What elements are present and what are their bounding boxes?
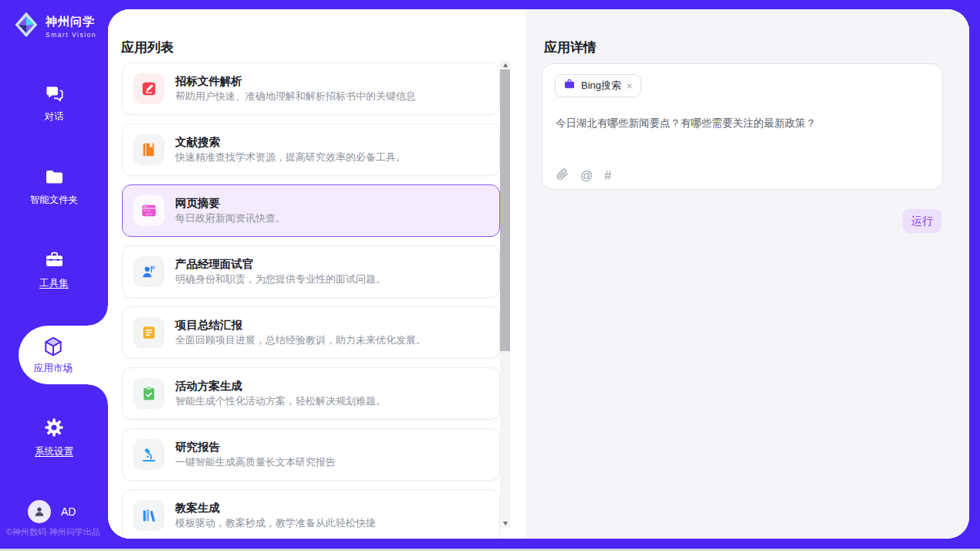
app-card-activity-plan[interactable]: 活动方案生成 智能生成个性化活动方案，轻松解决规划难题。	[122, 367, 500, 420]
main-panel: 应用列表 招标文件解析 帮助用户快速、准确地理解和解析招标书中的关键信息	[108, 9, 969, 539]
gear-icon	[43, 428, 65, 441]
microscope-icon	[133, 439, 164, 470]
webpage-code-icon: </>	[133, 195, 164, 226]
app-card-lesson-plan[interactable]: 教案生成 模板驱动，教案秒成，教学准备从此轻松快捷	[122, 489, 500, 539]
sidebar-item-label: 智能文件夹	[0, 194, 108, 207]
tool-tag-bing-search[interactable]: Bing搜索 ×	[555, 74, 641, 97]
query-text-input[interactable]: 今日湖北有哪些新闻要点？有哪些需要关注的最新政策？	[556, 117, 926, 130]
selected-tab-bottom-curve	[88, 384, 108, 404]
app-title: 产品经理面试官	[175, 257, 386, 272]
app-detail-title: 应用详情	[544, 39, 596, 56]
selected-tab-top-curve	[88, 306, 108, 326]
sidebar-item-smart-folder[interactable]: 智能文件夹	[0, 167, 108, 207]
chat-bubbles-icon	[44, 93, 65, 106]
scroll-down-arrow-icon[interactable]	[500, 519, 510, 528]
app-title: 文献搜索	[175, 135, 406, 150]
tool-tag-label: Bing搜索	[581, 79, 621, 93]
app-desc: 全面回顾项目进展，总结经验教训，助力未来优化发展。	[175, 333, 426, 347]
app-desc: 智能生成个性化活动方案，轻松解决规划难题。	[175, 394, 386, 408]
sidebar-item-chat[interactable]: 对话	[0, 83, 108, 123]
app-window: 神州问学 Smart Vision 对话 智能文件夹	[0, 0, 980, 551]
app-card-project-summary[interactable]: 项目总结汇报 全面回顾项目进展，总结经验教训，助力未来优化发展。	[122, 306, 500, 359]
app-desc: 明确身份和职责，为您提供专业性的面试问题。	[175, 272, 386, 286]
run-button[interactable]: 运行	[903, 209, 941, 233]
app-list-pane: 应用列表 招标文件解析 帮助用户快速、准确地理解和解析招标书中的关键信息	[108, 9, 526, 539]
app-card-literature-search[interactable]: 文献搜索 快速精准查找学术资源，提高研究效率的必备工具。	[122, 123, 500, 176]
app-title: 教案生成	[175, 501, 376, 516]
svg-text:</>: </>	[145, 211, 152, 216]
sidebar-item-toolset[interactable]: 工具集	[0, 250, 108, 290]
briefcase-icon	[563, 78, 576, 93]
sidebar-item-label: 应用市场	[34, 362, 73, 375]
brand-logo: 神州问学 Smart Vision	[12, 9, 96, 43]
app-detail-pane: 应用详情 Bing搜索 × 今日湖北有哪些新闻要点？有哪些需要关注的最新政策？	[526, 9, 969, 539]
app-title: 活动方案生成	[175, 379, 386, 394]
app-desc: 帮助用户快速、准确地理解和解析招标书中的关键信息	[175, 90, 416, 103]
app-card-bid-parse[interactable]: 招标文件解析 帮助用户快速、准确地理解和解析招标书中的关键信息	[122, 63, 500, 115]
app-card-pm-interviewer[interactable]: 产品经理面试官 明确身份和职责，为您提供专业性的面试问题。	[122, 245, 500, 298]
person-icon	[32, 505, 46, 519]
folder-icon	[44, 176, 65, 189]
mention-at-icon[interactable]: @	[580, 170, 593, 182]
app-desc: 每日政府新闻资讯快查。	[175, 211, 286, 225]
sidebar: 神州问学 Smart Vision 对话 智能文件夹	[0, 0, 108, 551]
app-title: 研究报告	[175, 440, 336, 455]
clipboard-check-icon	[133, 378, 164, 409]
app-list-title: 应用列表	[121, 39, 174, 56]
sidebar-item-settings[interactable]: 系统设置	[0, 417, 108, 458]
paperclip-icon[interactable]	[556, 167, 569, 184]
sidebar-item-label: 系统设置	[0, 445, 108, 458]
app-desc: 模板驱动，教案秒成，教学准备从此轻松快捷	[175, 516, 376, 530]
brand-subtitle: Smart Vision	[46, 31, 96, 39]
app-card-webpage-summary[interactable]: </> 网页摘要 每日政府新闻资讯快查。	[122, 184, 500, 237]
user-profile[interactable]: AD	[28, 500, 76, 523]
app-card-research-report[interactable]: 研究报告 一键智能生成高质量长文本研究报告	[122, 428, 500, 481]
scroll-up-arrow-icon[interactable]	[500, 60, 510, 69]
cube-icon	[42, 336, 64, 360]
close-icon[interactable]: ×	[627, 81, 633, 91]
note-icon	[133, 317, 164, 348]
brand-diamond-icon	[12, 9, 40, 43]
sidebar-item-label: 对话	[0, 110, 108, 123]
avatar	[28, 500, 51, 523]
bid-document-edit-icon	[133, 73, 164, 104]
app-desc: 一键智能生成高质量长文本研究报告	[175, 455, 336, 469]
scrollbar-thumb[interactable]	[500, 69, 510, 351]
app-list: 招标文件解析 帮助用户快速、准确地理解和解析招标书中的关键信息 文献搜索	[122, 63, 500, 539]
prompt-card: Bing搜索 × 今日湖北有哪些新闻要点？有哪些需要关注的最新政策？ @ #	[542, 63, 943, 190]
copyright-footer: ©神州数码·神州问学出品	[6, 526, 100, 538]
app-title: 招标文件解析	[175, 74, 416, 90]
sidebar-item-app-market[interactable]: 应用市场	[19, 326, 108, 384]
app-title: 项目总结汇报	[175, 318, 426, 333]
attachment-toolbar: @ #	[556, 167, 611, 184]
user-name: AD	[61, 505, 76, 518]
sidebar-item-label: 工具集	[0, 277, 108, 290]
app-desc: 快速精准查找学术资源，提高研究效率的必备工具。	[175, 150, 406, 164]
app-title: 网页摘要	[175, 196, 286, 211]
hash-icon[interactable]: #	[604, 170, 611, 182]
brand-name: 神州问学	[46, 15, 96, 29]
person-flag-icon	[133, 256, 164, 287]
books-icon	[133, 500, 164, 531]
list-scrollbar[interactable]	[500, 60, 510, 528]
book-icon	[133, 134, 164, 165]
toolbox-icon	[44, 259, 65, 272]
